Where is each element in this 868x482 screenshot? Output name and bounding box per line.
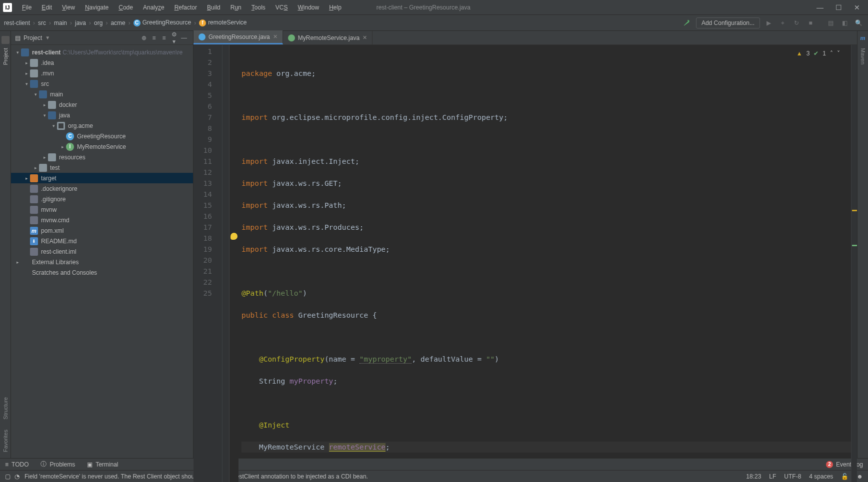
intention-bulb-icon[interactable]	[230, 233, 238, 240]
menu-window[interactable]: Window	[292, 2, 324, 13]
tree-row[interactable]: ▸docker	[11, 99, 193, 110]
tab-structure[interactable]: Structure	[2, 393, 10, 424]
project-tree[interactable]: ▾rest-clientC:\Users\Jeff\work\src\tmp\q…	[11, 45, 193, 458]
run-config-dropdown[interactable]: Add Configuration...	[696, 17, 760, 28]
search-icon[interactable]: 🔍	[853, 17, 864, 28]
prev-highlight-icon[interactable]: ˄	[830, 48, 833, 59]
tree-row[interactable]: ▾java	[11, 110, 193, 120]
project-tool-icon[interactable]	[2, 36, 10, 44]
tree-row[interactable]: ▸IMyRemoteService	[11, 141, 193, 152]
tab-todo[interactable]: ≡TODO	[5, 461, 28, 468]
status-quickdoc-icon[interactable]: ▢	[5, 473, 10, 480]
tree-row[interactable]: .gitignore	[11, 194, 193, 204]
project-header-label[interactable]: Project	[24, 34, 42, 41]
line-number-gutter: 1234567891011121314151617181920212225	[194, 45, 222, 482]
menu-view[interactable]: View	[57, 2, 80, 13]
maven-icon[interactable]: m	[860, 34, 865, 42]
crumb-main[interactable]: main	[54, 19, 67, 26]
tree-row[interactable]: rest-client.iml	[11, 246, 193, 257]
tree-row[interactable]: ▸target	[11, 173, 193, 183]
status-process-icon[interactable]: ◔	[14, 473, 20, 480]
coverage-icon[interactable]: ↻	[791, 17, 802, 28]
tree-row[interactable]: ▸resources	[11, 152, 193, 162]
crumb-class[interactable]: CGreetingResource	[134, 19, 191, 26]
crumb-project[interactable]: rest-client	[4, 19, 30, 26]
right-toolwindow-stripe: m Maven	[857, 31, 868, 458]
crumb-org[interactable]: org	[94, 19, 102, 26]
locate-icon[interactable]: ⊕	[139, 34, 149, 41]
menu-edit[interactable]: Edit	[36, 2, 57, 13]
tree-row[interactable]: mvnw	[11, 204, 193, 215]
tab-greetingresource[interactable]: GreetingResource.java ✕	[194, 30, 283, 44]
code-area[interactable]: ▲3 ✔1 ˄ ˅ package org.acme; import org.e…	[238, 45, 851, 482]
class-icon	[198, 33, 206, 40]
tab-favorites[interactable]: Favorites	[2, 426, 10, 456]
tree-row[interactable]: ▾src	[11, 78, 193, 89]
window-close-icon[interactable]: ✕	[854, 3, 860, 11]
project-view-icon: ▤	[15, 34, 20, 41]
menu-navigate[interactable]: Navigate	[80, 2, 114, 13]
tab-myremoteservice[interactable]: MyRemoteService.java ✕	[283, 31, 372, 44]
crumb-acme[interactable]: acme	[110, 19, 125, 26]
gear-icon[interactable]: ⚙ ▾	[169, 31, 179, 45]
tree-row[interactable]: ▾org.acme	[11, 120, 193, 131]
menu-tools[interactable]: Tools	[246, 2, 270, 13]
fold-gutter[interactable]	[222, 45, 230, 482]
terminal-icon: ▣	[87, 461, 92, 468]
project-structure-icon[interactable]: ▤	[825, 17, 836, 28]
error-stripe[interactable]	[851, 45, 857, 482]
layout-icon[interactable]: ◧	[839, 17, 850, 28]
editor-tabs: GreetingResource.java ✕ MyRemoteService.…	[194, 31, 857, 45]
menu-analyze[interactable]: Analyze	[138, 2, 170, 13]
tree-row[interactable]: ▸.idea	[11, 57, 193, 68]
status-hector-icon[interactable]: ☻	[856, 473, 863, 480]
tree-row[interactable]: ▸.mvn	[11, 68, 193, 78]
tree-row[interactable]: CGreetingResource	[11, 131, 193, 141]
expand-icon[interactable]: ≡	[149, 34, 159, 41]
menu-file[interactable]: File	[17, 2, 36, 13]
tree-row[interactable]: ▸External Libraries	[11, 257, 193, 267]
collapse-icon[interactable]: ≡	[159, 34, 169, 41]
breadcrumb: rest-client› src› main› java› org› acme›…	[4, 19, 247, 26]
tab-terminal[interactable]: ▣Terminal	[87, 461, 118, 468]
menu-run[interactable]: Run	[226, 2, 246, 13]
crumb-src[interactable]: src	[38, 19, 46, 26]
tab-problems[interactable]: ⓘProblems	[40, 460, 75, 469]
problems-icon: ⓘ	[40, 460, 46, 469]
tree-row[interactable]: mvnw.cmd	[11, 215, 193, 225]
menu-help[interactable]: Help	[324, 2, 346, 13]
navigation-bar: rest-client› src› main› java› org› acme›…	[0, 15, 868, 31]
next-highlight-icon[interactable]: ˅	[837, 48, 840, 59]
menu-vcs[interactable]: VCS	[270, 2, 293, 13]
crumb-field[interactable]: fremoteService	[199, 19, 246, 26]
left-toolwindow-stripe: Project Structure Favorites	[0, 31, 11, 458]
app-icon: IJ	[3, 3, 12, 12]
crumb-java[interactable]: java	[75, 19, 86, 26]
menu-code[interactable]: Code	[114, 2, 138, 13]
close-icon[interactable]: ✕	[273, 33, 278, 40]
debug-icon[interactable]: ⌖	[777, 17, 788, 28]
hide-icon[interactable]: —	[179, 34, 189, 41]
tab-project[interactable]: Project	[2, 44, 10, 69]
tree-row[interactable]: ▾main	[11, 89, 193, 99]
build-icon[interactable]	[681, 17, 692, 28]
editor-body[interactable]: 1234567891011121314151617181920212225 ▲3…	[194, 45, 857, 482]
tab-label: GreetingResource.java	[208, 33, 270, 40]
close-icon[interactable]: ✕	[362, 34, 367, 41]
tree-row[interactable]: ⬇README.md	[11, 236, 193, 246]
run-icon[interactable]: ▶	[763, 17, 774, 28]
tree-row[interactable]: Scratches and Consoles	[11, 267, 193, 278]
inspections-widget[interactable]: ▲3 ✔1 ˄ ˅	[796, 48, 840, 59]
chevron-down-icon[interactable]: ▼	[45, 35, 50, 40]
tree-row[interactable]: ▾rest-clientC:\Users\Jeff\work\src\tmp\q…	[11, 47, 193, 57]
stop-icon[interactable]: ■	[805, 17, 816, 28]
tree-row[interactable]: ▸test	[11, 162, 193, 173]
menu-build[interactable]: Build	[202, 2, 226, 13]
window-minimize-icon[interactable]: —	[816, 3, 824, 11]
tree-row[interactable]: mpom.xml	[11, 225, 193, 236]
tree-row[interactable]: .dockerignore	[11, 183, 193, 194]
menu-bar: IJ File Edit View Navigate Code Analyze …	[0, 0, 868, 15]
menu-refactor[interactable]: Refactor	[170, 2, 202, 13]
tab-maven[interactable]: Maven	[859, 44, 867, 68]
window-maximize-icon[interactable]: ☐	[836, 3, 842, 11]
